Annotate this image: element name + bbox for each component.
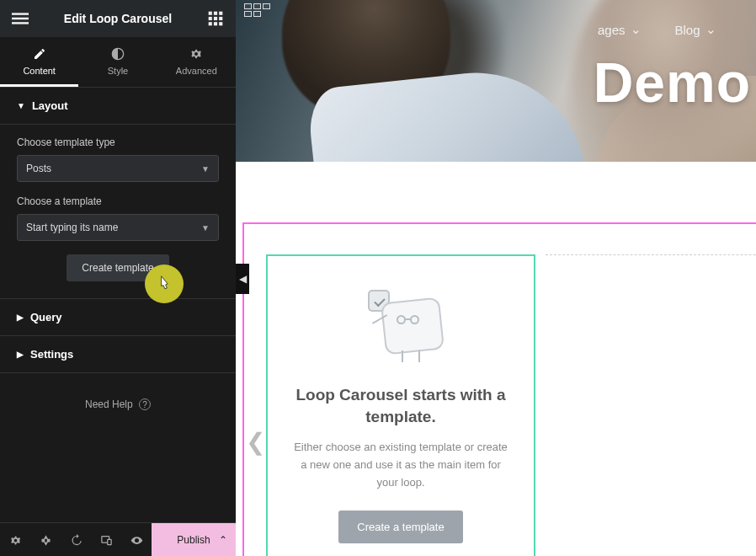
pencil-icon	[33, 47, 46, 61]
preview-icon[interactable]	[121, 532, 152, 547]
select-value: Posts	[26, 163, 51, 174]
svg-rect-1	[12, 18, 29, 20]
settings-icon[interactable]	[0, 532, 30, 547]
chevron-down-icon: ▼	[201, 164, 210, 174]
loop-placeholder-card: Loop Carousel starts with a template. Ei…	[266, 254, 535, 556]
contrast-icon	[111, 47, 125, 61]
sidebar-tabs: Content Style Advanced	[0, 37, 236, 88]
need-help-link[interactable]: Need Help ?	[0, 373, 236, 436]
hero-title: Demo	[594, 51, 751, 115]
tab-advanced[interactable]: Advanced	[157, 37, 236, 87]
svg-rect-8	[219, 17, 222, 20]
section-title: Query	[30, 311, 62, 323]
template-type-select[interactable]: Posts ▼	[17, 155, 219, 182]
svg-rect-3	[209, 12, 212, 15]
svg-rect-6	[209, 17, 212, 20]
nav-pages[interactable]: ages ⌄	[598, 22, 642, 37]
hero-nav: ages ⌄ Blog ⌄	[598, 22, 716, 37]
chevron-down-icon: ▼	[201, 223, 210, 233]
section-settings-header[interactable]: ▶ Settings	[0, 336, 236, 373]
choose-template-label: Choose a template	[17, 195, 219, 207]
placeholder-subtitle: Either choose an existing template or cr…	[293, 439, 508, 491]
menu-icon[interactable]	[12, 10, 29, 27]
gear-icon	[189, 47, 203, 61]
section-layout-header[interactable]: ▼ Layout	[0, 88, 236, 125]
placeholder-title: Loop Carousel starts with a template.	[285, 384, 517, 427]
svg-rect-5	[219, 12, 222, 15]
tab-style[interactable]: Style	[78, 37, 157, 87]
chevron-down-icon: ⌄	[705, 22, 716, 37]
sidebar-title: Edit Loop Carousel	[64, 12, 172, 25]
panel-body: ▼ Layout Choose template type Posts ▼ Ch…	[0, 88, 236, 522]
publish-button[interactable]: Publish ⌃	[152, 523, 236, 556]
caret-right-icon: ▶	[17, 313, 24, 322]
nav-label: ages	[598, 23, 626, 37]
hero-section: ages ⌄ Blog ⌄ Demo	[236, 0, 756, 162]
tab-label: Advanced	[176, 66, 217, 76]
tab-label: Content	[23, 66, 56, 76]
sidebar-header: Edit Loop Carousel	[0, 0, 236, 37]
caret-right-icon: ▶	[17, 350, 24, 359]
publish-label: Publish	[177, 534, 210, 546]
svg-rect-9	[209, 22, 212, 25]
widget-handle-icon[interactable]	[244, 3, 271, 22]
navigator-icon[interactable]	[30, 532, 61, 547]
svg-rect-14	[107, 539, 110, 544]
choose-template-select[interactable]: Start typing its name ▼	[17, 214, 219, 241]
apps-icon[interactable]	[207, 10, 224, 27]
loop-carousel-widget[interactable]: ❮ Loop Carousel starts with a template. …	[236, 162, 756, 556]
placeholder-illustration	[346, 285, 455, 369]
create-a-template-button[interactable]: Create a template	[338, 511, 462, 543]
section-layout-content: Choose template type Posts ▼ Choose a te…	[0, 125, 236, 298]
help-icon: ?	[139, 398, 151, 410]
history-icon[interactable]	[61, 532, 91, 547]
template-type-label: Choose template type	[17, 136, 219, 148]
svg-rect-0	[12, 13, 29, 15]
chevron-down-icon: ⌄	[631, 22, 642, 37]
section-title: Settings	[30, 348, 73, 361]
svg-rect-11	[219, 22, 222, 25]
svg-rect-7	[214, 17, 217, 20]
chevron-up-icon: ⌃	[219, 534, 227, 546]
panel-collapse-handle[interactable]: ◀	[236, 264, 249, 294]
sidebar-footer: Publish ⌃	[0, 522, 236, 556]
svg-rect-2	[12, 22, 29, 24]
nav-label: Blog	[675, 23, 700, 37]
svg-rect-10	[214, 22, 217, 25]
loop-item-ghost	[546, 254, 756, 556]
section-query-header[interactable]: ▶ Query	[0, 298, 236, 336]
section-title: Layout	[32, 99, 68, 112]
tab-label: Style	[108, 66, 128, 76]
responsive-icon[interactable]	[91, 532, 121, 547]
need-help-label: Need Help	[85, 398, 133, 410]
caret-down-icon: ▼	[17, 101, 25, 110]
tab-content[interactable]: Content	[0, 37, 78, 87]
nav-blog[interactable]: Blog ⌄	[675, 22, 716, 37]
preview-canvas: ages ⌄ Blog ⌄ Demo ❮ Loop Carousel start…	[236, 0, 756, 556]
select-placeholder: Start typing its name	[26, 222, 118, 233]
svg-rect-4	[214, 12, 217, 15]
cursor-highlight	[145, 265, 184, 303]
carousel-prev-icon[interactable]: ❮	[246, 428, 265, 456]
editor-sidebar: Edit Loop Carousel Content Style Advance…	[0, 0, 236, 556]
